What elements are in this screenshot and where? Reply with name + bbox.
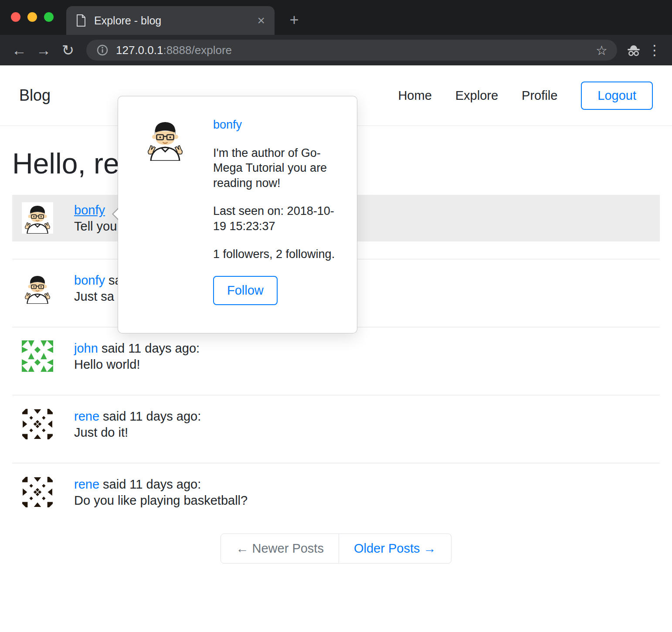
- bookmark-star-icon[interactable]: ☆: [596, 43, 608, 58]
- browser-toolbar: ← → ↻ 127.0.0.1:8888/explore ☆ ⋮: [0, 35, 672, 65]
- popover-about: I'm the author of Go-Mega Tutorial you a…: [213, 146, 336, 191]
- post-body: Do you like playing basketball?: [74, 493, 248, 509]
- post-row: rene said 11 days ago: Do you like playi…: [12, 463, 660, 531]
- forward-button[interactable]: →: [31, 38, 56, 62]
- post-body: Hello world!: [74, 357, 200, 373]
- page-icon: [76, 14, 86, 27]
- zoom-window-button[interactable]: [44, 12, 54, 22]
- post-body: Just do it!: [74, 425, 201, 441]
- post-username-link[interactable]: john: [74, 341, 98, 355]
- back-button[interactable]: ←: [7, 38, 31, 62]
- nav-home[interactable]: Home: [398, 88, 431, 103]
- avatar-bonfy[interactable]: [22, 272, 53, 304]
- post-meta-line: rene said 11 days ago:: [74, 408, 201, 425]
- site-nav: Home Explore Profile Logout: [398, 82, 653, 110]
- older-posts-link[interactable]: Older Posts →: [339, 533, 451, 564]
- new-tab-button[interactable]: +: [285, 11, 303, 29]
- popover-arrow: [112, 208, 118, 220]
- post-meta-line: rene said 11 days ago:: [74, 476, 248, 493]
- browser-menu-icon[interactable]: ⋮: [644, 40, 665, 61]
- url-path: :8888/explore: [163, 44, 232, 57]
- post-meta: said 11 days ago:: [102, 341, 200, 355]
- tab-close-icon[interactable]: ×: [257, 14, 265, 27]
- window-controls: [11, 12, 54, 22]
- pagination: ← Newer Posts Older Posts →: [12, 533, 660, 564]
- logout-button[interactable]: Logout: [581, 82, 653, 110]
- address-bar[interactable]: 127.0.0.1:8888/explore ☆: [86, 40, 617, 61]
- avatar-rene[interactable]: [22, 408, 53, 440]
- post-meta: said 11 days ago:: [103, 409, 201, 423]
- post-username-link[interactable]: rene: [74, 409, 99, 423]
- popover-last-seen: Last seen on: 2018-10-19 15:23:37: [213, 204, 336, 234]
- user-popover: bonfy I'm the author of Go-Mega Tutorial…: [118, 96, 357, 333]
- post-username-link[interactable]: rene: [74, 477, 99, 491]
- popover-follow-stats: 1 followers, 2 following.: [213, 247, 336, 262]
- brand-link[interactable]: Blog: [19, 86, 51, 105]
- post-meta: said 11 days ago:: [103, 477, 201, 491]
- avatar-bonfy[interactable]: [22, 202, 53, 234]
- close-window-button[interactable]: [11, 12, 20, 22]
- reload-button[interactable]: ↻: [56, 38, 80, 62]
- tab-bar: Explore - blog × +: [0, 0, 672, 35]
- post-row: rene said 11 days ago: Just do it!: [12, 395, 660, 463]
- post-username-link[interactable]: bonfy: [74, 273, 105, 287]
- avatar-john[interactable]: [22, 340, 53, 372]
- avatar-bonfy-large: [143, 117, 187, 161]
- newer-posts-link: ← Newer Posts: [221, 533, 339, 564]
- minimize-window-button[interactable]: [27, 12, 37, 22]
- browser-tab[interactable]: Explore - blog ×: [66, 6, 275, 35]
- avatar-rene[interactable]: [22, 476, 53, 508]
- post-row: john said 11 days ago: Hello world!: [12, 327, 660, 395]
- follow-button[interactable]: Follow: [213, 276, 278, 305]
- post-meta-line: bonfy: [74, 202, 117, 218]
- url-host: 127.0.0.1: [116, 44, 163, 57]
- url-text[interactable]: 127.0.0.1:8888/explore: [116, 44, 232, 57]
- nav-profile[interactable]: Profile: [522, 88, 557, 103]
- nav-explore[interactable]: Explore: [455, 88, 498, 103]
- page-info-icon[interactable]: [96, 44, 109, 57]
- post-body: Tell you: [74, 218, 117, 234]
- tab-title: Explore - blog: [94, 14, 249, 27]
- post-meta-line: john said 11 days ago:: [74, 340, 200, 357]
- popover-username-link[interactable]: bonfy: [213, 117, 242, 133]
- browser-window: Explore - blog × + ← → ↻ 127.0.0.1:8888/…: [0, 0, 672, 632]
- incognito-icon: [623, 40, 644, 61]
- post-username-link[interactable]: bonfy: [74, 203, 105, 217]
